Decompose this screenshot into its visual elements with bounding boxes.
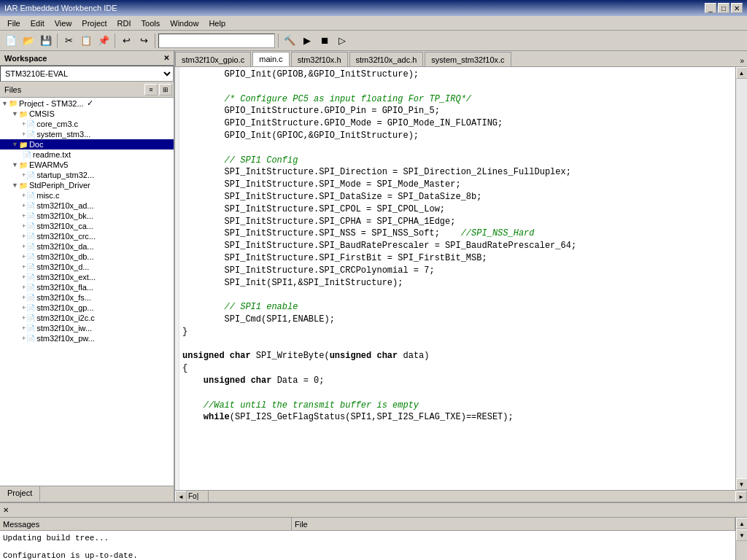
editor-tab-0[interactable]: stm32f10x_gpio.c bbox=[175, 52, 251, 66]
tree-item-label: stm32f10x_fla... bbox=[36, 283, 93, 292]
code-text[interactable]: GPIO_Init(GPIOB,&GPIO_InitStructure); /*… bbox=[179, 67, 579, 490]
expand-icon[interactable]: + bbox=[22, 192, 26, 199]
ws-btn-1[interactable]: ≡ bbox=[144, 84, 158, 96]
tree-item[interactable]: + 📄startup_stm32... bbox=[0, 170, 174, 180]
expand-icon[interactable]: + bbox=[22, 243, 26, 250]
expand-icon[interactable]: + bbox=[22, 212, 26, 219]
tree-item[interactable]: + 📄stm32f10x_iw... bbox=[0, 323, 174, 333]
expand-icon[interactable]: ▼ bbox=[12, 161, 18, 168]
expand-icon[interactable]: + bbox=[22, 304, 26, 311]
menu-bar: FileEditViewProjectRDIToolsWindowHelp bbox=[0, 16, 747, 31]
expand-icon[interactable]: + bbox=[22, 263, 26, 271]
tree-item[interactable]: + 📄core_cm3.c bbox=[0, 119, 174, 129]
expand-icon[interactable]: ▼ bbox=[12, 141, 18, 148]
scroll-right-button[interactable]: ► bbox=[735, 491, 747, 502]
scroll-up-button[interactable]: ▲ bbox=[736, 67, 748, 79]
editor-tab-4[interactable]: system_stm32f10x.c bbox=[425, 52, 511, 66]
editor-tab-3[interactable]: stm32f10x_adc.h bbox=[349, 52, 424, 66]
workspace-close-button[interactable]: ✕ bbox=[163, 54, 169, 62]
maximize-button[interactable]: □ bbox=[718, 3, 729, 13]
menu-item-file[interactable]: File bbox=[3, 18, 25, 28]
menu-item-view[interactable]: View bbox=[50, 18, 77, 28]
tree-item[interactable]: + 📄stm32f10x_fs... bbox=[0, 292, 174, 303]
tree-item[interactable]: + 📄stm32f10x_fla... bbox=[0, 282, 174, 292]
msg-scroll-up[interactable]: ▲ bbox=[736, 518, 747, 529]
menu-item-edit[interactable]: Edit bbox=[26, 18, 49, 28]
menu-item-help[interactable]: Help bbox=[204, 18, 230, 28]
menu-item-window[interactable]: Window bbox=[166, 18, 203, 28]
tree-item[interactable]: + 📄stm32f10x_pw... bbox=[0, 333, 174, 343]
tree-item[interactable]: ▼ 📁Doc bbox=[0, 139, 174, 149]
col-file: File bbox=[292, 518, 735, 530]
tree-item[interactable]: + 📄misc.c bbox=[0, 190, 174, 201]
expand-icon[interactable]: + bbox=[22, 314, 26, 322]
tree-item-label: stm32f10x_gp... bbox=[36, 303, 93, 312]
new-button[interactable]: 📄 bbox=[3, 33, 19, 49]
menu-item-project[interactable]: Project bbox=[77, 18, 111, 28]
open-button[interactable]: 📂 bbox=[20, 33, 36, 49]
debug-button[interactable]: ▶ bbox=[299, 33, 315, 49]
ws-btn-2[interactable]: ⊞ bbox=[159, 84, 172, 96]
workspace-select[interactable]: STM3210E-EVAL bbox=[0, 66, 174, 82]
tree-item[interactable]: + 📄stm32f10x_ca... bbox=[0, 221, 174, 231]
search-input[interactable] bbox=[158, 34, 275, 48]
undo-button[interactable]: ↩ bbox=[118, 33, 134, 49]
expand-icon[interactable]: + bbox=[22, 202, 26, 209]
workspace-tab-project[interactable]: Project bbox=[0, 486, 40, 502]
tree-item[interactable]: ▼ 📁StdPeriph_Driver bbox=[0, 180, 174, 190]
close-button[interactable]: ✕ bbox=[731, 3, 743, 13]
tree-item[interactable]: ▼ 📁CMSIS bbox=[0, 109, 174, 119]
tree-item-icon: 📄 bbox=[26, 263, 35, 271]
expand-icon[interactable]: + bbox=[22, 335, 26, 342]
tree-item[interactable]: 📄readme.txt bbox=[0, 149, 174, 160]
menu-item-rdi[interactable]: RDI bbox=[113, 18, 136, 28]
stop-button[interactable]: ⏹ bbox=[317, 33, 333, 49]
code-container[interactable]: GPIO_Init(GPIOB,&GPIO_InitStructure); /*… bbox=[175, 67, 735, 490]
editor-tab-1[interactable]: main.c bbox=[252, 52, 289, 66]
expand-icon[interactable]: + bbox=[22, 131, 26, 138]
tree-item[interactable]: + 📄stm32f10x_d... bbox=[0, 262, 174, 272]
menu-item-tools[interactable]: Tools bbox=[137, 18, 165, 28]
expand-icon[interactable]: + bbox=[22, 253, 26, 260]
expand-icon[interactable]: ▼ bbox=[12, 182, 18, 189]
scroll-down-button[interactable]: ▼ bbox=[736, 478, 748, 490]
paste-button[interactable]: 📌 bbox=[96, 33, 112, 49]
tree-item[interactable]: + 📄stm32f10x_gp... bbox=[0, 303, 174, 313]
tree-item[interactable]: + 📄stm32f10x_bk... bbox=[0, 211, 174, 221]
tree-item[interactable]: + 📄stm32f10x_ext... bbox=[0, 272, 174, 282]
messages-scrollbar[interactable]: ▲ ▼ bbox=[735, 518, 747, 560]
tab-overflow-button[interactable]: » bbox=[737, 55, 747, 66]
messages-close-button[interactable]: ✕ bbox=[0, 505, 12, 516]
expand-icon[interactable]: + bbox=[22, 120, 26, 128]
tree-item[interactable]: ▼ 📁EWARMv5 bbox=[0, 160, 174, 170]
tree-item[interactable]: + 📄stm32f10x_crc... bbox=[0, 231, 174, 241]
tree-item[interactable]: + 📄stm32f10x_da... bbox=[0, 241, 174, 252]
run-button[interactable]: ▷ bbox=[334, 33, 350, 49]
expand-icon[interactable]: + bbox=[22, 294, 26, 301]
msg-scroll-down[interactable]: ▼ bbox=[736, 529, 747, 541]
tree-item-label: system_stm3... bbox=[36, 130, 90, 139]
cut-button[interactable]: ✂ bbox=[61, 33, 77, 49]
expand-icon[interactable]: + bbox=[22, 273, 26, 281]
tree-item[interactable]: + 📄system_stm3... bbox=[0, 129, 174, 139]
expand-icon[interactable]: ▼ bbox=[12, 110, 18, 117]
minimize-button[interactable]: _ bbox=[705, 3, 716, 13]
expand-icon[interactable]: + bbox=[22, 171, 26, 179]
editor-tab-2[interactable]: stm32f10x.h bbox=[291, 52, 348, 66]
vertical-scrollbar[interactable]: ▲ ▼ bbox=[735, 67, 747, 490]
expand-icon[interactable]: ▼ bbox=[1, 100, 8, 107]
expand-icon[interactable]: + bbox=[22, 324, 26, 332]
tree-item[interactable]: ▼ 📁Project - STM32...✓ bbox=[0, 98, 174, 109]
tree-item[interactable]: + 📄stm32f10x_ad... bbox=[0, 201, 174, 211]
build-button[interactable]: 🔨 bbox=[282, 33, 298, 49]
save-button[interactable]: 💾 bbox=[38, 33, 54, 49]
redo-button[interactable]: ↪ bbox=[136, 33, 152, 49]
tree-item[interactable]: + 📄stm32f10x_db... bbox=[0, 252, 174, 262]
expand-icon[interactable]: + bbox=[22, 284, 26, 291]
scroll-left-button[interactable]: ◄ bbox=[175, 491, 187, 502]
expand-icon[interactable]: + bbox=[22, 222, 26, 230]
expand-icon[interactable]: + bbox=[22, 233, 26, 240]
copy-button[interactable]: 📋 bbox=[78, 33, 94, 49]
message-line bbox=[3, 542, 732, 551]
tree-item[interactable]: + 📄stm32f10x_i2c.c bbox=[0, 313, 174, 323]
